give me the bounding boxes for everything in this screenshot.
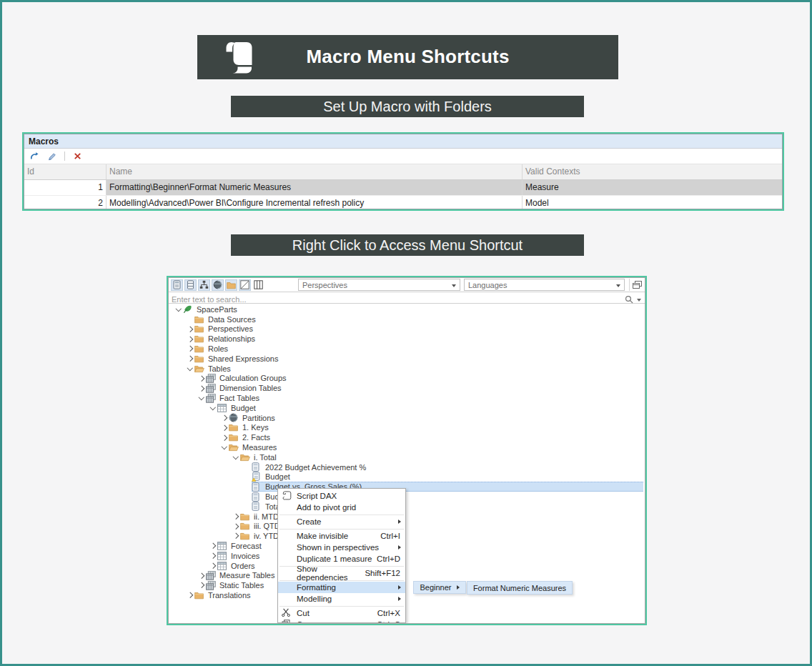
- languages-dropdown[interactable]: Languages: [464, 279, 625, 291]
- folder-open-icon: [229, 443, 240, 452]
- tree-item-label: Orders: [231, 562, 255, 570]
- page-title: Macro Menu Shortcuts: [197, 46, 618, 68]
- chevron-right-icon[interactable]: [208, 564, 217, 568]
- column-header-id[interactable]: Id: [24, 164, 107, 179]
- menu-item-cut[interactable]: CutCtrl+X: [278, 607, 405, 619]
- menu-item-duplicate-1-measure[interactable]: Duplicate 1 measureCtrl+D: [278, 553, 405, 565]
- column-header-valid-contexts[interactable]: Valid Contexts: [523, 164, 782, 179]
- menu-item-formatting[interactable]: Formatting: [278, 582, 405, 593]
- edit-macro-icon[interactable]: [46, 151, 58, 162]
- measures-toggle-icon[interactable]: [171, 279, 183, 291]
- tree-item-measure-tables[interactable]: Measure Tables: [169, 571, 645, 581]
- submenu-beginner[interactable]: Beginner: [413, 581, 466, 594]
- chevron-down-icon[interactable]: [174, 308, 183, 311]
- hidden-objects-toggle-icon[interactable]: [239, 279, 251, 291]
- chevron-down-icon[interactable]: [231, 456, 240, 459]
- tree-item-budget[interactable]: Budget: [169, 492, 645, 502]
- chevron-down-icon[interactable]: [208, 407, 217, 409]
- macros-table-row[interactable]: 1Formatting\Beginner\Format Numeric Meas…: [24, 180, 782, 196]
- submenu-format-numeric-measures[interactable]: Format Numeric Measures: [467, 581, 573, 595]
- partitions-toggle-icon[interactable]: [212, 279, 224, 291]
- table-icon: [217, 552, 229, 560]
- chevron-right-icon[interactable]: [219, 416, 229, 420]
- tree-item-fact-tables[interactable]: Fact Tables: [169, 393, 645, 403]
- menu-item-make-invisible[interactable]: Make invisibleCtrl+I: [278, 530, 405, 542]
- tree-item-iii-qtd[interactable]: iii. QTD: [169, 522, 645, 532]
- chevron-right-icon[interactable]: [197, 574, 206, 578]
- chevron-right-icon[interactable]: [185, 337, 194, 342]
- search-input[interactable]: [169, 294, 573, 305]
- menu-item-label: Shown in perspectives: [297, 543, 379, 552]
- macros-cell-vc: Model: [523, 196, 782, 209]
- tree-item-relationships[interactable]: Relationships: [169, 334, 645, 344]
- tree-item-orders[interactable]: Orders: [169, 561, 645, 571]
- tree-item-budget[interactable]: Budget: [169, 472, 645, 482]
- chevron-right-icon[interactable]: [231, 534, 240, 538]
- chevron-right-icon[interactable]: [185, 593, 194, 597]
- chevron-right-icon[interactable]: [231, 515, 240, 519]
- chevron-right-icon[interactable]: [197, 387, 206, 391]
- tree-item-2-facts[interactable]: 2. Facts: [169, 432, 645, 442]
- tree-item-spaceparts[interactable]: SpaceParts: [169, 304, 645, 314]
- folder-icon: [194, 591, 206, 600]
- tree-item-shared-expressions[interactable]: Shared Expressions: [169, 354, 645, 364]
- menu-item-script-dax[interactable]: Script DAX: [278, 490, 405, 502]
- menu-item-add-to-pivot-grid[interactable]: Add to pivot grid: [278, 502, 405, 513]
- delete-macro-icon[interactable]: [71, 151, 83, 162]
- tree-item-translations[interactable]: Translations: [169, 590, 645, 600]
- tree-item-dimension-tables[interactable]: Dimension Tables: [169, 383, 645, 393]
- tree-item-content: Measures: [229, 442, 645, 452]
- tree-item-iv-ytd[interactable]: iv. YTD: [169, 531, 645, 541]
- menu-item-create[interactable]: Create: [278, 516, 405, 527]
- menu-item-label: Script DAX: [297, 492, 337, 500]
- language-windows-icon[interactable]: [629, 279, 644, 291]
- tree-item-ii-mtd[interactable]: ii. MTD: [169, 512, 645, 522]
- chevron-right-icon[interactable]: [185, 357, 194, 361]
- chevron-down-icon[interactable]: [185, 367, 194, 370]
- chevron-right-icon[interactable]: [208, 554, 217, 558]
- menu-item-show-dependencies[interactable]: Show dependenciesShift+F12: [278, 567, 405, 579]
- column-header-name[interactable]: Name: [107, 164, 523, 179]
- tree-item-2022-budget-achievement[interactable]: 2022 Budget Achievement %: [169, 462, 645, 472]
- perspectives-dropdown[interactable]: Perspectives: [298, 279, 460, 291]
- tree-item-data-sources[interactable]: Data Sources: [169, 314, 645, 324]
- tree-item-tables[interactable]: Tables: [169, 364, 645, 374]
- folders-toggle-icon[interactable]: [225, 279, 237, 291]
- table-columns-toggle-icon[interactable]: [252, 279, 264, 291]
- chevron-down-icon[interactable]: [197, 397, 206, 399]
- tree-item-static-tables[interactable]: Static Tables: [169, 580, 645, 590]
- tree-item-perspectives[interactable]: Perspectives: [169, 324, 645, 334]
- tree-item-content: Perspectives: [194, 324, 645, 334]
- tree-item-partitions[interactable]: Partitions: [169, 413, 645, 423]
- chevron-right-icon[interactable]: [197, 377, 206, 381]
- menu-item-modelling[interactable]: Modelling: [278, 593, 405, 605]
- languages-dropdown-label: Languages: [468, 281, 507, 289]
- tree-item-calculation-groups[interactable]: Calculation Groups: [169, 374, 645, 384]
- chevron-right-icon[interactable]: [219, 436, 229, 440]
- chevron-down-icon[interactable]: [219, 446, 229, 449]
- chevron-right-icon[interactable]: [197, 583, 206, 587]
- columns-toggle-icon[interactable]: [184, 279, 197, 291]
- chevron-right-icon[interactable]: [208, 544, 217, 548]
- search-options-chevron-icon[interactable]: [637, 299, 641, 302]
- hierarchy-toggle-icon[interactable]: [198, 279, 210, 291]
- run-macro-icon[interactable]: [29, 151, 40, 162]
- tree-item-1-keys[interactable]: 1. Keys: [169, 423, 645, 433]
- tree-item-forecast[interactable]: Forecast: [169, 541, 645, 551]
- chevron-right-icon[interactable]: [185, 347, 194, 351]
- tree-item-i-total[interactable]: i. Total: [169, 452, 645, 462]
- tree-item-budget[interactable]: Budget: [169, 403, 645, 413]
- menu-item-copy[interactable]: CopyCtrl+C: [278, 619, 405, 623]
- tree-item-label: Budget: [265, 472, 290, 481]
- macros-table-row[interactable]: 2Modelling\Advanced\Power BI\Configure I…: [24, 196, 782, 209]
- chevron-right-icon[interactable]: [231, 525, 240, 529]
- tree-item-budget-vs-gross-sales[interactable]: Budget vs. Gross Sales (%): [169, 482, 645, 492]
- chevron-right-icon[interactable]: [219, 426, 229, 430]
- tree-item-roles[interactable]: Roles: [169, 344, 645, 354]
- tree-item-total-bu[interactable]: Total Bu: [169, 502, 645, 512]
- menu-item-shown-in-perspectives[interactable]: Shown in perspectives: [278, 542, 405, 553]
- tree-item-label: 2. Facts: [242, 433, 270, 442]
- tree-item-invoices[interactable]: Invoices: [169, 551, 645, 561]
- tree-item-measures[interactable]: Measures: [169, 442, 645, 452]
- chevron-right-icon[interactable]: [185, 327, 194, 332]
